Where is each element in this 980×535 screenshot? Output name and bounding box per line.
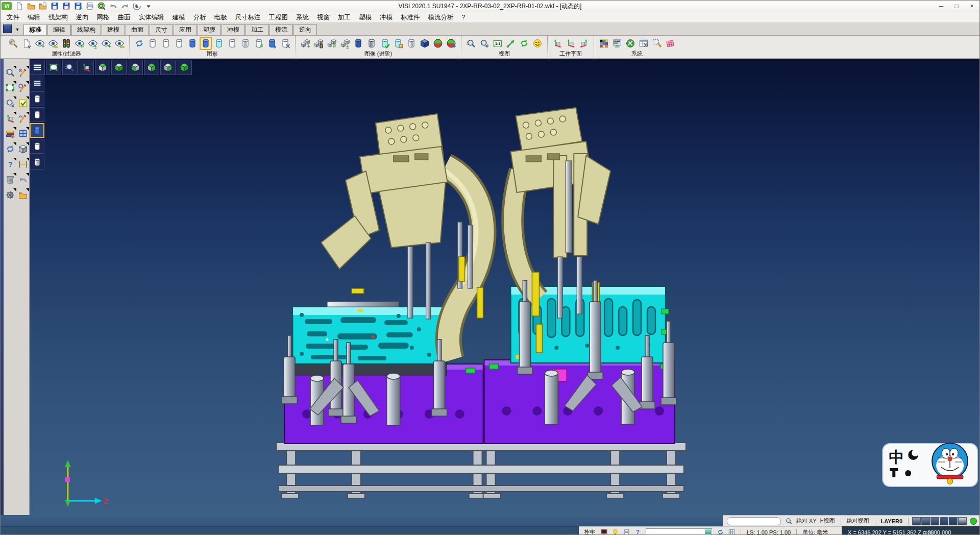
view-mode-label[interactable]: 绝对 XY 上视图 (796, 517, 835, 525)
insert-file-button[interactable] (37, 1, 48, 11)
menu-item-6[interactable]: 曲面 (114, 12, 135, 22)
color-swatch-1[interactable] (912, 517, 921, 525)
strip-menu-button[interactable] (30, 76, 44, 90)
tab-12[interactable]: 逆向 (293, 24, 317, 35)
refresh-status-button[interactable] (715, 528, 725, 535)
save-as-button[interactable] (61, 1, 72, 11)
system-options-button[interactable] (624, 37, 636, 50)
screen-toggle-button[interactable] (599, 528, 609, 535)
query-button[interactable]: ? (4, 158, 16, 171)
tab-6[interactable]: 尺寸 (150, 24, 173, 35)
attributes-stack-button[interactable] (4, 127, 16, 140)
advanced-refresh-button[interactable] (326, 37, 338, 50)
absolute-view-label[interactable]: 绝对视图 (847, 517, 869, 525)
menu-item-12[interactable]: 工程图 (265, 12, 292, 22)
selection-filter-button[interactable] (651, 37, 663, 50)
snap-settings-button[interactable] (610, 528, 620, 535)
view-bottom-button[interactable] (111, 60, 127, 75)
tab-4[interactable]: 建模 (102, 24, 125, 35)
color-swatch-3[interactable] (930, 517, 939, 525)
grid-settings-button[interactable] (664, 37, 676, 50)
sketch-circle-button[interactable] (17, 81, 29, 94)
toolbar-options-button[interactable] (143, 1, 154, 11)
tab-3[interactable]: 线架构 (71, 24, 101, 35)
navigate-button[interactable] (4, 188, 16, 201)
print-button[interactable] (84, 1, 95, 11)
delete-button[interactable] (4, 173, 16, 186)
color-swatch-4[interactable] (940, 517, 948, 525)
show-entities-button[interactable]: + (34, 37, 46, 50)
rotate-view-button[interactable] (518, 37, 530, 50)
maximize-button[interactable]: □ (949, 1, 964, 11)
wireframe-view-button[interactable] (146, 37, 159, 50)
preview-button[interactable] (96, 1, 107, 11)
menu-item-1[interactable]: 文件 (3, 12, 23, 22)
menu-item-9[interactable]: 分析 (189, 12, 210, 22)
shaded-edges-view-button[interactable] (200, 37, 212, 50)
search-input[interactable] (727, 517, 781, 525)
filter-state-button[interactable] (60, 37, 72, 50)
shaded-view-button[interactable] (186, 37, 199, 50)
validate-box-button[interactable] (17, 96, 29, 109)
view-right-button[interactable] (160, 60, 176, 75)
close-button[interactable]: × (964, 1, 979, 11)
open-recent-button[interactable] (17, 188, 29, 201)
lock-toggle[interactable]: 拴牢 (584, 528, 595, 535)
wire-display-button[interactable] (365, 37, 378, 50)
menu-item-5[interactable]: 网格 (93, 12, 114, 22)
pan-button[interactable] (505, 37, 517, 50)
erase-sketch-button[interactable] (17, 66, 29, 79)
invert-visibility-button[interactable]: ± (87, 37, 99, 50)
view-front-button[interactable] (128, 60, 143, 75)
menu-item-2[interactable]: 编辑 (23, 12, 44, 22)
assistant-button[interactable]: ♞ (131, 1, 142, 11)
advanced-invert-button[interactable]: ± (339, 37, 351, 50)
regen-button[interactable] (4, 142, 16, 155)
window-select-button[interactable] (4, 81, 16, 94)
strip-shaded-button[interactable] (30, 123, 44, 138)
quick-print-button[interactable] (621, 528, 631, 535)
context-help-button[interactable]: ? (632, 528, 643, 535)
validate-display-button[interactable] (379, 37, 391, 50)
view-back-button[interactable] (144, 60, 159, 75)
menu-item-3[interactable]: 线架构 (44, 12, 72, 22)
layer-table-button[interactable] (638, 37, 650, 50)
units-label[interactable]: 单位: 毫米 (802, 528, 828, 535)
fit-view-button[interactable] (46, 60, 61, 75)
transparent-view-button[interactable] (213, 37, 225, 50)
zoom-previous-button[interactable] (62, 60, 78, 75)
tab-7[interactable]: 应用 (174, 24, 197, 35)
tab-8[interactable]: 塑膜 (198, 24, 221, 35)
menu-item-7[interactable]: 实体编辑 (135, 12, 168, 22)
ucs-button[interactable] (4, 112, 16, 125)
redo-button[interactable] (119, 1, 131, 11)
refresh-shading-button[interactable] (253, 37, 265, 50)
solid-cube-button[interactable] (419, 37, 431, 50)
document-icon[interactable] (3, 25, 12, 33)
tab-5[interactable]: 曲面 (126, 24, 149, 35)
color-swatch-5[interactable] (949, 517, 958, 525)
save-button[interactable] (49, 1, 60, 11)
search-icon[interactable] (783, 517, 794, 526)
system-monitor-button[interactable] (611, 37, 623, 50)
solid-box-button[interactable] (17, 142, 29, 155)
zoom-solids-button[interactable] (4, 96, 16, 109)
view-menu-button[interactable] (30, 60, 45, 75)
render-sphere-button[interactable] (432, 37, 444, 50)
menu-item-14[interactable]: 视窗 (313, 12, 334, 22)
color-swatch-6[interactable] (958, 517, 967, 525)
undo-button[interactable] (108, 1, 119, 11)
save-sync-button[interactable] (72, 1, 84, 11)
wireframe-solid-button[interactable] (226, 37, 238, 50)
workplane-entity-button[interactable] (565, 37, 577, 50)
menu-item-20[interactable]: ? (458, 12, 470, 22)
view-iso-button[interactable] (177, 60, 192, 75)
undo-tool-button[interactable] (17, 173, 29, 186)
strip-hidden-button[interactable] (30, 107, 44, 122)
measure-button[interactable] (17, 158, 29, 171)
active-layer-label[interactable]: LAYER0 (881, 518, 902, 524)
color-swatch-2[interactable] (921, 517, 930, 525)
solid-display-button[interactable] (352, 37, 364, 50)
menu-item-8[interactable]: 建模 (168, 12, 189, 22)
redraw-button[interactable] (133, 37, 145, 50)
